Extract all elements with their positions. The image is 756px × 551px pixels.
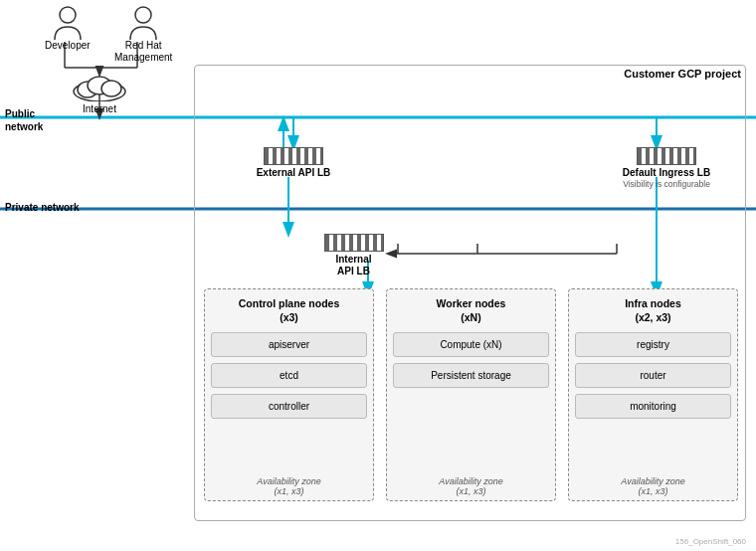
external-api-lb: External API LB bbox=[254, 147, 333, 178]
infra-nodes-az-label: Availability zone(x1, x3) bbox=[569, 476, 737, 496]
internet-label: Internet bbox=[72, 103, 127, 114]
internet-cloud: Internet bbox=[72, 72, 127, 114]
public-network-label: Publicnetwork bbox=[5, 107, 43, 133]
default-ingress-lb-icon bbox=[637, 147, 696, 165]
persistent-storage-box: Persistent storage bbox=[393, 363, 549, 388]
default-ingress-lb-sublabel: Visibility is configurable bbox=[622, 179, 711, 189]
router-box: router bbox=[575, 363, 731, 388]
redhat-mgmt-icon: Red HatManagement bbox=[114, 5, 172, 64]
internal-api-lb-label: InternalAPI LB bbox=[316, 254, 391, 277]
control-plane-title: Control plane nodes(x3) bbox=[211, 297, 367, 324]
control-plane-group: Control plane nodes(x3) apiserver etcd c… bbox=[204, 288, 374, 501]
default-ingress-lb-label: Default Ingress LB bbox=[622, 167, 711, 179]
compute-box: Compute (xN) bbox=[393, 332, 549, 357]
private-network-label: Private network bbox=[5, 202, 79, 213]
external-api-lb-icon bbox=[264, 147, 323, 165]
worker-nodes-title: Worker nodes(xN) bbox=[393, 297, 549, 324]
infra-nodes-group: Infra nodes(x2, x3) registry router moni… bbox=[568, 288, 738, 501]
monitoring-box: monitoring bbox=[575, 394, 731, 419]
diagram-container: Developer Red HatManagement Internet Pub… bbox=[0, 0, 756, 551]
svg-point-21 bbox=[60, 7, 76, 23]
nodes-area: Control plane nodes(x3) apiserver etcd c… bbox=[204, 288, 738, 501]
control-plane-az-label: Availability zone(x1, x3) bbox=[205, 476, 373, 496]
infra-nodes-title: Infra nodes(x2, x3) bbox=[575, 297, 731, 324]
internal-api-lb-icon bbox=[324, 234, 384, 252]
controller-box: controller bbox=[211, 394, 367, 419]
svg-point-26 bbox=[101, 81, 121, 96]
watermark: 156_OpenShift_060 bbox=[675, 537, 746, 546]
registry-box: registry bbox=[575, 332, 731, 357]
svg-point-22 bbox=[135, 7, 151, 23]
internal-api-lb: InternalAPI LB bbox=[316, 234, 391, 277]
gcp-project-label: Customer GCP project bbox=[624, 68, 741, 80]
developer-icon: Developer bbox=[45, 5, 91, 51]
default-ingress-lb: Default Ingress LB Visibility is configu… bbox=[622, 147, 711, 189]
worker-nodes-group: Worker nodes(xN) Compute (xN) Persistent… bbox=[386, 288, 556, 501]
worker-nodes-az-label: Availability zone(x1, x3) bbox=[387, 476, 555, 496]
redhat-mgmt-label: Red HatManagement bbox=[114, 40, 172, 64]
developer-label: Developer bbox=[45, 40, 91, 51]
etcd-box: etcd bbox=[211, 363, 367, 388]
external-api-lb-label: External API LB bbox=[254, 167, 333, 178]
apiserver-box: apiserver bbox=[211, 332, 367, 357]
